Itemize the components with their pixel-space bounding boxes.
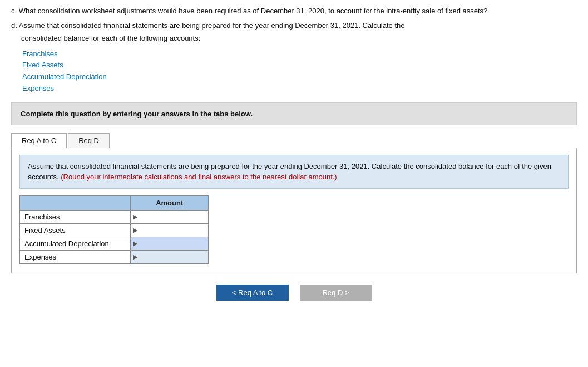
table-header-amount: Amount (131, 195, 209, 210)
table-row: Expenses ▶ (20, 250, 209, 263)
bottom-buttons: < Req A to C Req D > (11, 285, 577, 301)
question-d-text2: consolidated balance for each of the fol… (11, 33, 577, 44)
input-cell-accumulated-depreciation: ▶ (131, 237, 209, 250)
tab-req-a-to-c[interactable]: Req A to C (11, 133, 67, 148)
input-cell-expenses: ▶ (131, 250, 209, 263)
tab-content: Assume that consolidated financial state… (11, 148, 577, 273)
question-c-text: What consolidation worksheet adjustments… (19, 7, 488, 15)
instruction-highlight: (Round your intermediate calculations an… (61, 173, 337, 181)
label-franchises: Franchises (20, 210, 131, 223)
table-row: Accumulated Depreciation ▶ (20, 237, 209, 250)
answer-table: Amount Franchises ▶ Fixed Assets ▶ (19, 195, 209, 264)
table-header-label (20, 195, 131, 210)
input-fixed-assets[interactable] (139, 224, 208, 237)
arrow-fixed-assets: ▶ (131, 227, 139, 234)
input-accumulated-depreciation[interactable] (139, 237, 208, 250)
tabs-container: Req A to C Req D (11, 133, 577, 148)
arrow-expenses: ▶ (131, 253, 139, 261)
account-fixed-assets: Fixed Assets (22, 60, 577, 71)
input-franchises[interactable] (139, 211, 208, 223)
label-expenses: Expenses (20, 250, 131, 263)
input-cell-franchises: ▶ (131, 210, 209, 223)
prev-button[interactable]: < Req A to C (216, 285, 289, 301)
next-button[interactable]: Req D > (300, 285, 372, 301)
account-franchises: Franchises (22, 48, 577, 60)
account-accumulated-depreciation: Accumulated Depreciation (22, 71, 577, 83)
label-accumulated-depreciation: Accumulated Depreciation (20, 237, 131, 250)
question-d-label: d. (11, 21, 17, 30)
tab-req-d[interactable]: Req D (68, 133, 110, 148)
label-fixed-assets: Fixed Assets (20, 223, 131, 237)
question-d: d. Assume that consolidated financial st… (11, 20, 577, 44)
instruction-box: Assume that consolidated financial state… (19, 155, 569, 189)
accounts-list: Franchises Fixed Assets Accumulated Depr… (22, 48, 577, 95)
question-c-label: c. (11, 7, 17, 15)
table-row: Fixed Assets ▶ (20, 223, 209, 237)
complete-banner: Complete this question by entering your … (11, 102, 577, 125)
arrow-accum-dep: ▶ (131, 240, 139, 247)
question-d-text1: Assume that consolidated financial state… (19, 21, 405, 30)
table-row: Franchises ▶ (20, 210, 209, 223)
question-c: c. What consolidation worksheet adjustme… (11, 6, 577, 17)
input-expenses[interactable] (139, 251, 208, 263)
input-cell-fixed-assets: ▶ (131, 223, 209, 237)
account-expenses: Expenses (22, 83, 577, 95)
arrow-franchises: ▶ (131, 213, 139, 221)
